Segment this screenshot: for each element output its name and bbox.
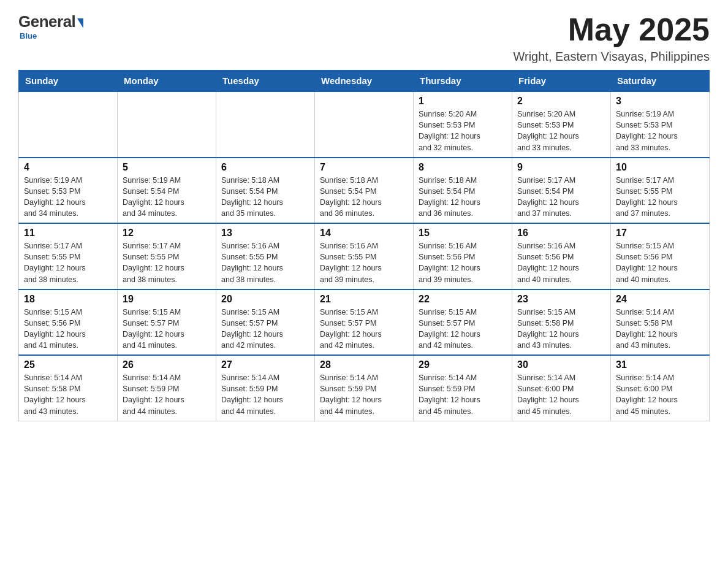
day-info: Sunrise: 5:19 AM Sunset: 5:53 PM Dayligh… <box>24 175 112 220</box>
day-number: 3 <box>616 96 704 107</box>
day-info: Sunrise: 5:20 AM Sunset: 5:53 PM Dayligh… <box>517 109 605 153</box>
day-info: Sunrise: 5:14 AM Sunset: 5:59 PM Dayligh… <box>123 372 211 417</box>
calendar-cell: 10Sunrise: 5:17 AM Sunset: 5:55 PM Dayli… <box>611 158 710 224</box>
day-number: 20 <box>221 294 309 305</box>
logo: General Blue <box>18 12 83 40</box>
day-info: Sunrise: 5:15 AM Sunset: 5:57 PM Dayligh… <box>123 307 211 351</box>
day-number: 22 <box>419 294 507 305</box>
day-info: Sunrise: 5:15 AM Sunset: 5:58 PM Dayligh… <box>517 307 605 351</box>
week-row-5: 25Sunrise: 5:14 AM Sunset: 5:58 PM Dayli… <box>19 355 710 421</box>
location-title: Wright, Eastern Visayas, Philippines <box>513 50 710 64</box>
day-info: Sunrise: 5:14 AM Sunset: 5:58 PM Dayligh… <box>24 372 112 417</box>
calendar-cell: 24Sunrise: 5:14 AM Sunset: 5:58 PM Dayli… <box>611 289 710 356</box>
day-info: Sunrise: 5:14 AM Sunset: 6:00 PM Dayligh… <box>517 372 605 417</box>
calendar-cell: 21Sunrise: 5:15 AM Sunset: 5:57 PM Dayli… <box>315 289 414 356</box>
day-info: Sunrise: 5:16 AM Sunset: 5:56 PM Dayligh… <box>419 240 507 285</box>
day-number: 19 <box>123 294 211 305</box>
day-info: Sunrise: 5:17 AM Sunset: 5:55 PM Dayligh… <box>24 240 112 285</box>
day-number: 21 <box>320 294 408 305</box>
day-info: Sunrise: 5:14 AM Sunset: 6:00 PM Dayligh… <box>616 372 704 417</box>
day-info: Sunrise: 5:19 AM Sunset: 5:53 PM Dayligh… <box>616 109 704 153</box>
day-info: Sunrise: 5:19 AM Sunset: 5:54 PM Dayligh… <box>123 175 211 220</box>
month-title: May 2025 <box>513 12 710 47</box>
calendar-cell: 8Sunrise: 5:18 AM Sunset: 5:54 PM Daylig… <box>414 158 512 224</box>
day-number: 15 <box>419 228 507 239</box>
column-header-wednesday: Wednesday <box>315 71 414 92</box>
day-info: Sunrise: 5:18 AM Sunset: 5:54 PM Dayligh… <box>320 175 408 220</box>
day-info: Sunrise: 5:17 AM Sunset: 5:54 PM Dayligh… <box>517 175 605 220</box>
day-number: 17 <box>616 228 704 239</box>
day-info: Sunrise: 5:17 AM Sunset: 5:55 PM Dayligh… <box>616 175 704 220</box>
calendar-cell: 27Sunrise: 5:14 AM Sunset: 5:59 PM Dayli… <box>216 355 315 421</box>
calendar-cell: 29Sunrise: 5:14 AM Sunset: 5:59 PM Dayli… <box>414 355 512 421</box>
day-number: 14 <box>320 228 408 239</box>
calendar-cell: 5Sunrise: 5:19 AM Sunset: 5:54 PM Daylig… <box>118 158 216 224</box>
day-number: 5 <box>123 162 211 173</box>
calendar-cell: 28Sunrise: 5:14 AM Sunset: 5:59 PM Dayli… <box>315 355 414 421</box>
calendar-cell: 30Sunrise: 5:14 AM Sunset: 6:00 PM Dayli… <box>512 355 611 421</box>
column-header-monday: Monday <box>118 71 216 92</box>
day-info: Sunrise: 5:14 AM Sunset: 5:59 PM Dayligh… <box>419 372 507 417</box>
day-number: 7 <box>320 162 408 173</box>
week-row-2: 4Sunrise: 5:19 AM Sunset: 5:53 PM Daylig… <box>19 158 710 224</box>
day-number: 10 <box>616 162 704 173</box>
day-info: Sunrise: 5:18 AM Sunset: 5:54 PM Dayligh… <box>221 175 309 220</box>
day-number: 1 <box>419 96 507 107</box>
day-info: Sunrise: 5:14 AM Sunset: 5:58 PM Dayligh… <box>616 307 704 351</box>
title-area: May 2025 Wright, Eastern Visayas, Philip… <box>513 12 710 64</box>
calendar-cell: 7Sunrise: 5:18 AM Sunset: 5:54 PM Daylig… <box>315 158 414 224</box>
day-info: Sunrise: 5:16 AM Sunset: 5:55 PM Dayligh… <box>221 240 309 285</box>
calendar-cell: 26Sunrise: 5:14 AM Sunset: 5:59 PM Dayli… <box>118 355 216 421</box>
day-info: Sunrise: 5:18 AM Sunset: 5:54 PM Dayligh… <box>419 175 507 220</box>
day-info: Sunrise: 5:15 AM Sunset: 5:57 PM Dayligh… <box>419 307 507 351</box>
day-info: Sunrise: 5:17 AM Sunset: 5:55 PM Dayligh… <box>123 240 211 285</box>
day-number: 23 <box>517 294 605 305</box>
calendar-cell: 31Sunrise: 5:14 AM Sunset: 6:00 PM Dayli… <box>611 355 710 421</box>
day-info: Sunrise: 5:20 AM Sunset: 5:53 PM Dayligh… <box>419 109 507 153</box>
calendar-cell: 2Sunrise: 5:20 AM Sunset: 5:53 PM Daylig… <box>512 91 611 158</box>
day-number: 6 <box>221 162 309 173</box>
day-number: 24 <box>616 294 704 305</box>
calendar-cell: 18Sunrise: 5:15 AM Sunset: 5:56 PM Dayli… <box>19 289 118 356</box>
calendar-cell: 9Sunrise: 5:17 AM Sunset: 5:54 PM Daylig… <box>512 158 611 224</box>
column-header-thursday: Thursday <box>414 71 512 92</box>
day-number: 13 <box>221 228 309 239</box>
calendar-cell <box>315 91 414 158</box>
day-number: 27 <box>221 359 309 370</box>
day-number: 4 <box>24 162 112 173</box>
day-info: Sunrise: 5:15 AM Sunset: 5:56 PM Dayligh… <box>24 307 112 351</box>
week-row-4: 18Sunrise: 5:15 AM Sunset: 5:56 PM Dayli… <box>19 289 710 356</box>
calendar-cell <box>19 91 118 158</box>
calendar-cell: 22Sunrise: 5:15 AM Sunset: 5:57 PM Dayli… <box>414 289 512 356</box>
calendar-cell: 20Sunrise: 5:15 AM Sunset: 5:57 PM Dayli… <box>216 289 315 356</box>
calendar-cell: 15Sunrise: 5:16 AM Sunset: 5:56 PM Dayli… <box>414 223 512 289</box>
day-number: 31 <box>616 359 704 370</box>
column-header-friday: Friday <box>512 71 611 92</box>
calendar-cell: 4Sunrise: 5:19 AM Sunset: 5:53 PM Daylig… <box>19 158 118 224</box>
week-row-3: 11Sunrise: 5:17 AM Sunset: 5:55 PM Dayli… <box>19 223 710 289</box>
calendar-cell: 12Sunrise: 5:17 AM Sunset: 5:55 PM Dayli… <box>118 223 216 289</box>
calendar-header-row: SundayMondayTuesdayWednesdayThursdayFrid… <box>19 71 710 92</box>
day-number: 25 <box>24 359 112 370</box>
day-number: 9 <box>517 162 605 173</box>
day-number: 12 <box>123 228 211 239</box>
day-info: Sunrise: 5:15 AM Sunset: 5:56 PM Dayligh… <box>616 240 704 285</box>
day-number: 8 <box>419 162 507 173</box>
logo-general-text: General <box>18 12 75 31</box>
day-number: 11 <box>24 228 112 239</box>
day-info: Sunrise: 5:16 AM Sunset: 5:55 PM Dayligh… <box>320 240 408 285</box>
day-info: Sunrise: 5:16 AM Sunset: 5:56 PM Dayligh… <box>517 240 605 285</box>
day-number: 29 <box>419 359 507 370</box>
logo-blue-text: Blue <box>20 31 37 40</box>
day-info: Sunrise: 5:14 AM Sunset: 5:59 PM Dayligh… <box>320 372 408 417</box>
day-number: 16 <box>517 228 605 239</box>
day-number: 2 <box>517 96 605 107</box>
calendar-cell: 1Sunrise: 5:20 AM Sunset: 5:53 PM Daylig… <box>414 91 512 158</box>
day-number: 28 <box>320 359 408 370</box>
column-header-tuesday: Tuesday <box>216 71 315 92</box>
calendar-cell: 6Sunrise: 5:18 AM Sunset: 5:54 PM Daylig… <box>216 158 315 224</box>
calendar-cell: 3Sunrise: 5:19 AM Sunset: 5:53 PM Daylig… <box>611 91 710 158</box>
page-header: General Blue May 2025 Wright, Eastern Vi… <box>18 12 710 64</box>
day-info: Sunrise: 5:15 AM Sunset: 5:57 PM Dayligh… <box>320 307 408 351</box>
day-number: 30 <box>517 359 605 370</box>
